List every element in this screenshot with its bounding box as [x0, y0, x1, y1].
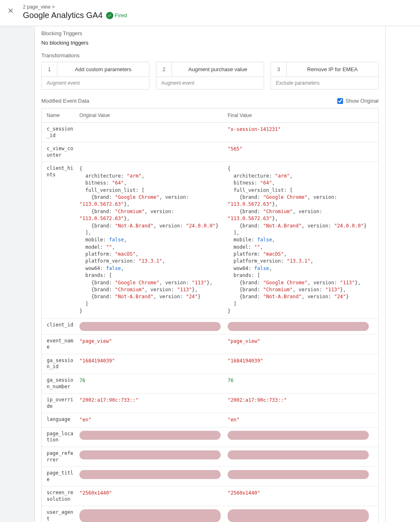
- redacted-value: [79, 322, 221, 331]
- redacted-value: [79, 509, 221, 522]
- table-row: language"en""en": [42, 413, 378, 427]
- table-row: c_view_counter"565": [42, 142, 378, 162]
- table-row: client_id: [42, 319, 378, 335]
- page-title: Google Analytics GA4: [23, 11, 103, 20]
- original-value: "1684194039": [78, 358, 225, 364]
- final-value: [225, 431, 373, 440]
- param-name: user_agent: [47, 509, 78, 522]
- transformation-type: Augment event: [42, 76, 149, 89]
- final-value: { architecture: "arm", bitness: "64", fu…: [225, 165, 373, 315]
- original-value: "2560x1440": [78, 490, 225, 497]
- col-header-final: Final Value: [225, 112, 373, 118]
- param-name: client_id: [47, 322, 78, 328]
- final-value: "x-session-141231": [225, 126, 373, 133]
- transformations-row: 1 Add custom parameters Augment event 2 …: [41, 62, 379, 90]
- redacted-value: [228, 509, 369, 522]
- transformation-name: Augment purchase value: [172, 62, 264, 76]
- original-value: [78, 322, 225, 331]
- transformation-card-3[interactable]: 3 Remove IP for EMEA Exclude parameters: [271, 62, 379, 90]
- transformation-number: 1: [42, 62, 57, 76]
- final-value: "en": [225, 416, 373, 423]
- table-row: ga_session_number7676: [42, 374, 378, 394]
- param-name: page_referrer: [47, 450, 78, 463]
- table-row: page_location: [42, 428, 378, 447]
- redacted-value: [228, 431, 369, 440]
- transformation-number: 3: [271, 62, 287, 76]
- show-original-checkbox[interactable]: [337, 98, 343, 104]
- final-value: "2560x1440": [225, 490, 373, 497]
- original-value: [78, 450, 225, 459]
- original-value: [78, 431, 225, 440]
- table-row: c_session_id"x-session-141231": [42, 123, 378, 142]
- header-bar: 2 page_view > Google Analytics GA4 Fired: [0, 0, 420, 26]
- close-icon[interactable]: [7, 7, 15, 15]
- modified-event-title: Modified Event Data: [41, 98, 89, 104]
- transformation-name: Add custom parameters: [57, 62, 149, 76]
- transformation-name: Remove IP for EMEA: [287, 62, 378, 76]
- table-row: page_referrer: [42, 447, 378, 467]
- breadcrumb[interactable]: 2 page_view >: [23, 4, 127, 10]
- transformation-number: 2: [156, 62, 172, 76]
- param-name: ga_session_number: [47, 377, 78, 390]
- param-name: page_title: [47, 470, 78, 483]
- table-row: screen_resolution"2560x1440""2560x1440": [42, 486, 378, 506]
- table-row: user_agent: [42, 506, 378, 522]
- check-icon: [106, 12, 113, 19]
- table-row: page_title: [42, 467, 378, 486]
- original-value: "page_view": [78, 338, 225, 345]
- fired-text: Fired: [115, 12, 127, 18]
- transformation-card-2[interactable]: 2 Augment purchase value Augment event: [156, 62, 264, 90]
- blocking-title: Blocking Triggers: [41, 30, 379, 36]
- transformation-type: Exclude parameters: [271, 76, 378, 89]
- details-panel: Blocking Triggers No blocking triggers T…: [34, 26, 386, 522]
- table-row: client_hints{ architecture: "arm", bitne…: [42, 162, 378, 318]
- transformation-type: Augment event: [156, 76, 264, 89]
- param-name: ip_override: [47, 397, 78, 410]
- transformations-title: Transformations: [41, 52, 379, 59]
- redacted-value: [79, 450, 221, 459]
- param-name: client_hints: [47, 165, 78, 178]
- show-original-label: Show Original: [345, 98, 379, 104]
- table-header: Name Original Value Final Value: [42, 108, 378, 123]
- original-value: [78, 509, 225, 522]
- redacted-value: [228, 470, 369, 479]
- redacted-value: [228, 322, 369, 331]
- param-name: c_view_counter: [47, 146, 78, 158]
- final-value: "565": [225, 146, 373, 153]
- original-value: 76: [78, 377, 225, 384]
- original-value: [78, 470, 225, 479]
- table-row: ip_override"2002:a17:90c:733::""2002:a17…: [42, 394, 378, 413]
- param-name: page_location: [47, 431, 78, 443]
- blocking-text: No blocking triggers: [41, 40, 379, 46]
- param-name: ga_session_id: [47, 358, 78, 370]
- param-name: c_session_id: [47, 126, 78, 139]
- header-titles: 2 page_view > Google Analytics GA4 Fired: [23, 4, 127, 20]
- original-value: "2002:a17:90c:733::": [78, 397, 225, 404]
- event-data-table: Name Original Value Final Value c_sessio…: [41, 108, 379, 522]
- final-value: "1684194039": [225, 358, 373, 364]
- redacted-value: [79, 431, 221, 440]
- table-row: event_name"page_view""page_view": [42, 335, 378, 354]
- col-header-original: Original Value: [78, 112, 225, 118]
- final-value: 76: [225, 377, 373, 384]
- final-value: [225, 322, 373, 331]
- redacted-value: [228, 450, 369, 459]
- param-name: screen_resolution: [47, 490, 78, 502]
- table-row: ga_session_id"1684194039""1684194039": [42, 354, 378, 374]
- final-value: [225, 450, 373, 459]
- param-name: event_name: [47, 338, 78, 351]
- final-value: [225, 470, 373, 479]
- final-value: [225, 509, 373, 522]
- original-value: "en": [78, 416, 225, 423]
- final-value: "2002:a17:90c:733::": [225, 397, 373, 404]
- col-header-name: Name: [47, 112, 78, 118]
- original-value: { architecture: "arm", bitness: "64", fu…: [78, 165, 225, 315]
- redacted-value: [79, 470, 221, 479]
- show-original-toggle[interactable]: Show Original: [337, 98, 379, 104]
- final-value: "page_view": [225, 338, 373, 345]
- fired-badge: Fired: [106, 12, 127, 19]
- transformation-card-1[interactable]: 1 Add custom parameters Augment event: [41, 62, 149, 90]
- param-name: language: [47, 416, 78, 423]
